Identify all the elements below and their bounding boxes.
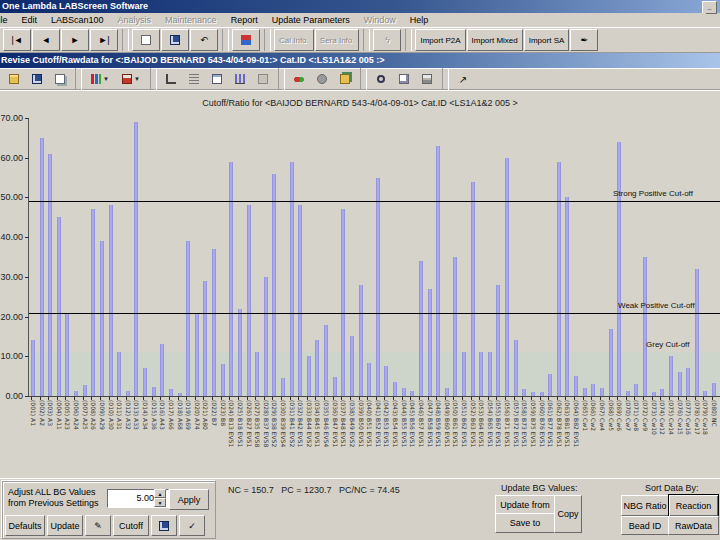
zoom-icon[interactable] bbox=[370, 69, 392, 89]
menu-file[interactable]: File bbox=[0, 13, 15, 27]
chart-bar[interactable] bbox=[238, 309, 242, 396]
chart-bar[interactable] bbox=[428, 289, 432, 396]
chart-bar[interactable] bbox=[686, 368, 690, 396]
sera-info-button[interactable]: Sera Info. bbox=[315, 29, 360, 51]
chart-bar[interactable] bbox=[643, 257, 647, 396]
import-mixed-button[interactable]: Import Mixed bbox=[467, 29, 523, 51]
chart-bar[interactable] bbox=[496, 285, 500, 396]
chart-bar[interactable] bbox=[609, 329, 613, 397]
chart-bar[interactable] bbox=[410, 391, 414, 396]
chart-bar[interactable] bbox=[393, 382, 397, 396]
chart-bar[interactable] bbox=[419, 261, 423, 396]
export-folder-icon[interactable] bbox=[334, 69, 356, 89]
copy-button[interactable]: Copy bbox=[554, 495, 582, 533]
glasses-icon[interactable] bbox=[288, 69, 310, 89]
nav-last-button[interactable]: ►| bbox=[90, 29, 118, 51]
chart-bar[interactable] bbox=[255, 352, 259, 396]
chart-flag-icon[interactable] bbox=[232, 29, 260, 51]
menu-analysis[interactable]: Analysis bbox=[111, 13, 159, 27]
chart-bar[interactable] bbox=[453, 257, 457, 396]
chart-bar[interactable] bbox=[186, 241, 190, 396]
chart-bar[interactable] bbox=[203, 281, 207, 396]
chart-bar[interactable] bbox=[247, 205, 251, 396]
chart-bar[interactable] bbox=[600, 388, 604, 396]
chart-bar[interactable] bbox=[290, 162, 294, 396]
chart-bar[interactable] bbox=[626, 391, 630, 396]
save-to-button[interactable]: Save to bbox=[495, 513, 555, 533]
bar-values-icon[interactable] bbox=[229, 69, 251, 89]
chart-bar[interactable] bbox=[669, 356, 673, 396]
chart-bar[interactable] bbox=[445, 388, 449, 396]
chart-bar[interactable] bbox=[462, 352, 466, 396]
menu-maintenance[interactable]: Maintenance bbox=[158, 13, 224, 27]
chart-bar[interactable] bbox=[126, 391, 130, 396]
chart-bar[interactable] bbox=[367, 363, 371, 396]
chart-bar[interactable] bbox=[436, 146, 440, 396]
new-icon[interactable] bbox=[132, 29, 160, 51]
menu-update-parameters[interactable]: Update Parameters bbox=[265, 13, 357, 27]
chart-bar[interactable] bbox=[74, 391, 78, 396]
update-from-button[interactable]: Update from bbox=[495, 495, 555, 515]
import-sa-button[interactable]: Import SA bbox=[524, 29, 570, 51]
chart-bar[interactable] bbox=[152, 387, 156, 396]
chart-bar[interactable] bbox=[178, 393, 182, 396]
sphere-icon[interactable] bbox=[311, 69, 333, 89]
cal-info-button[interactable]: Cal Info. bbox=[274, 29, 314, 51]
chart-bar[interactable] bbox=[229, 162, 233, 396]
chart-bar[interactable] bbox=[660, 389, 664, 396]
chart-bar[interactable] bbox=[100, 241, 104, 396]
chart-bar[interactable] bbox=[384, 366, 388, 396]
chart-bar[interactable] bbox=[134, 122, 138, 396]
chart-bar[interactable] bbox=[221, 364, 225, 396]
chart-bar[interactable] bbox=[143, 368, 147, 396]
menu-window[interactable]: Window bbox=[357, 13, 403, 27]
rawdata-button[interactable]: RawData bbox=[668, 516, 719, 535]
chart-bar[interactable] bbox=[160, 344, 164, 396]
preview-icon[interactable] bbox=[393, 69, 415, 89]
chart-bar[interactable] bbox=[514, 340, 518, 396]
chart-bar[interactable] bbox=[678, 372, 682, 396]
chart-bar[interactable] bbox=[471, 182, 475, 396]
chart-bar[interactable] bbox=[548, 374, 552, 396]
chart-bar[interactable] bbox=[617, 142, 621, 396]
chart-bar[interactable] bbox=[307, 356, 311, 396]
chart-bar[interactable] bbox=[40, 138, 44, 396]
spinner-up-icon[interactable]: ▲ bbox=[154, 489, 166, 498]
save-icon[interactable] bbox=[161, 29, 189, 51]
chart-bar[interactable] bbox=[57, 217, 61, 396]
chart-bar[interactable] bbox=[324, 325, 328, 396]
chart-bar[interactable] bbox=[634, 384, 638, 396]
chart-bar[interactable] bbox=[591, 384, 595, 396]
chart-bar[interactable] bbox=[522, 389, 526, 396]
chart-bar[interactable] bbox=[488, 352, 492, 396]
chart-bar[interactable] bbox=[91, 209, 95, 396]
chart-bar[interactable] bbox=[505, 158, 509, 396]
chart-off-icon[interactable] bbox=[252, 69, 274, 89]
chart-bar[interactable] bbox=[703, 391, 707, 396]
chart-bar[interactable] bbox=[169, 389, 173, 396]
pen-button[interactable]: ✎ bbox=[85, 515, 111, 536]
chart-bar[interactable] bbox=[333, 377, 337, 396]
chart-bar[interactable] bbox=[557, 162, 561, 396]
chart-bar[interactable] bbox=[565, 197, 569, 396]
chart-bar[interactable] bbox=[48, 154, 52, 396]
fill-color-icon[interactable]: ▼ bbox=[116, 69, 146, 89]
chart-bar[interactable] bbox=[531, 392, 535, 396]
apply-button[interactable]: Apply bbox=[169, 489, 209, 510]
chart-bar[interactable] bbox=[359, 285, 363, 396]
menu-labscan100[interactable]: LABScan100 bbox=[44, 13, 111, 27]
cutoff-button[interactable]: Cutoff bbox=[113, 515, 149, 536]
chart-bar[interactable] bbox=[479, 352, 483, 396]
chart-bar[interactable] bbox=[117, 352, 121, 396]
chart-bar[interactable] bbox=[109, 205, 113, 396]
tools-icon[interactable]: ✒ bbox=[570, 29, 598, 51]
data-table-icon[interactable] bbox=[206, 69, 228, 89]
chart-bar[interactable] bbox=[31, 340, 35, 396]
menu-edit[interactable]: Edit bbox=[15, 13, 45, 27]
bead-id-button[interactable]: Bead ID bbox=[621, 516, 669, 535]
chart-bar[interactable] bbox=[583, 388, 587, 396]
chart-bar[interactable] bbox=[695, 269, 699, 396]
nbg-ratio-button[interactable]: NBG Ratio bbox=[621, 495, 669, 516]
chart-bar[interactable] bbox=[195, 313, 199, 396]
chart-bar[interactable] bbox=[281, 378, 285, 396]
